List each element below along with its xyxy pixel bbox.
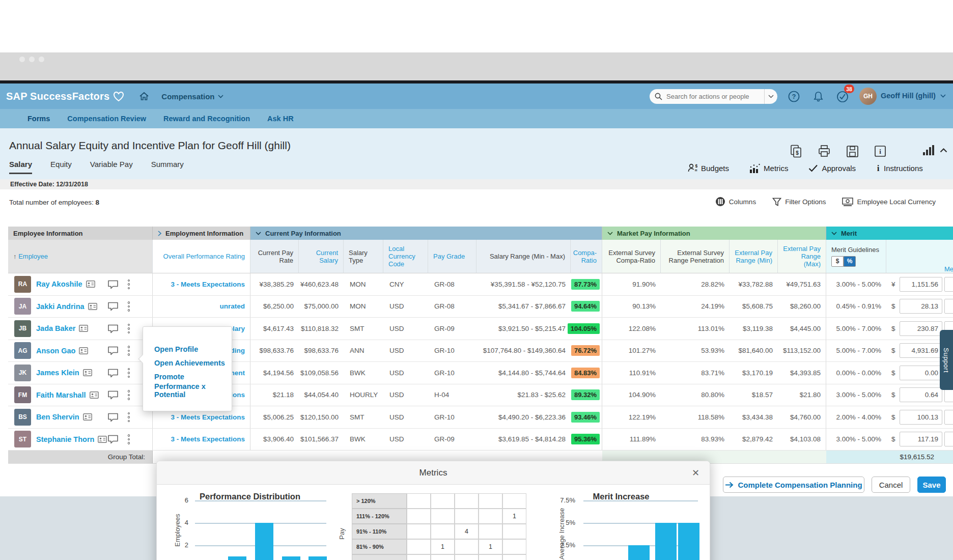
module-dropdown[interactable]: Compensation [161, 92, 223, 101]
search-box[interactable] [650, 89, 764, 104]
overall-performance-rating[interactable]: 3 - Meets Expectations [153, 429, 250, 451]
group-employment-information[interactable]: Employment Information [153, 227, 250, 240]
merit-amount-input[interactable]: 230.87 [900, 321, 942, 336]
notifications-bell-icon[interactable] [812, 91, 824, 102]
merit-percent-input[interactable] [944, 277, 953, 292]
tab-equity[interactable]: Equity [50, 160, 72, 174]
menu-promote[interactable]: Promote [143, 370, 232, 383]
employee-card-icon[interactable] [83, 369, 92, 376]
menu-open-achievements[interactable]: Open Achievements [143, 356, 232, 370]
home-icon[interactable] [139, 91, 149, 101]
chevron-down-icon[interactable] [940, 94, 946, 98]
close-icon[interactable]: ✕ [692, 467, 699, 479]
merit-toggle-percent[interactable]: % [844, 256, 856, 267]
employee-name-link[interactable]: Faith Marshall [36, 391, 86, 399]
col-merit[interactable] [886, 240, 944, 273]
comment-bubble-icon[interactable] [107, 279, 119, 289]
employee-card-icon[interactable] [83, 413, 92, 421]
merit-amount-input[interactable]: 4,931.69 [900, 343, 942, 358]
col-pay-grade[interactable]: Pay Grade [428, 240, 476, 273]
merit-percent-input[interactable] [944, 410, 953, 425]
row-actions-menu-icon[interactable] [128, 301, 130, 312]
employee-name-link[interactable]: Anson Gao [36, 347, 75, 355]
employee-card-icon[interactable] [88, 303, 97, 310]
employee-name-link[interactable]: Stephanie Thorn [36, 435, 94, 443]
row-actions-menu-icon[interactable] [128, 412, 130, 423]
col-current-salary[interactable]: Current Salary [299, 240, 344, 273]
comment-bubble-icon[interactable] [107, 390, 119, 400]
overall-performance-rating[interactable]: unrated [153, 296, 250, 318]
merit-amount-input[interactable]: 1,151.56 [900, 277, 942, 292]
user-avatar[interactable]: GH [859, 88, 877, 105]
cancel-button[interactable]: Cancel [872, 477, 910, 493]
merit-amount-input[interactable]: 117.19 [900, 432, 942, 446]
col-local-currency-code[interactable]: Local Currency Code [383, 240, 428, 273]
merit-amount-input[interactable]: 0.64 [900, 387, 942, 402]
comment-bubble-icon[interactable] [107, 412, 119, 422]
export-icon[interactable]: $ [790, 145, 802, 158]
tab-summary[interactable]: Summary [151, 160, 184, 174]
employee-name-link[interactable]: Jakki Andrina [36, 302, 85, 311]
merit-amount-input[interactable]: 0.00 [900, 366, 942, 380]
col-external-pay-range-max[interactable]: External Pay Range (Max) [778, 240, 826, 273]
merit-toggle-dollar[interactable]: $ [831, 256, 844, 267]
employee-name-link[interactable]: Ben Shervin [36, 413, 79, 421]
help-icon[interactable]: ? [788, 91, 800, 102]
tab-salary[interactable]: Salary [9, 160, 32, 174]
group-current-pay-information[interactable]: Current Pay Information [250, 227, 602, 240]
save-icon[interactable] [846, 145, 859, 158]
save-button[interactable]: Save [917, 477, 946, 493]
employee-name-link[interactable]: James Klein [36, 369, 79, 377]
row-actions-menu-icon[interactable] [128, 324, 130, 334]
support-tab[interactable]: Support [940, 330, 953, 390]
employee-local-currency-button[interactable]: Employee Local Currency [842, 197, 936, 207]
nav-ask-hr[interactable]: Ask HR [267, 115, 294, 123]
employee-card-icon[interactable] [79, 325, 88, 332]
approvals-button[interactable]: Approvals [808, 164, 856, 173]
user-name[interactable]: Geoff Hill (ghill) [881, 92, 936, 100]
comment-bubble-icon[interactable] [107, 346, 119, 355]
search-input[interactable] [666, 93, 755, 100]
nav-forms[interactable]: Forms [27, 115, 50, 123]
comment-bubble-icon[interactable] [107, 324, 119, 333]
employee-name-link[interactable]: Ray Akoshile [36, 280, 82, 288]
col-external-pay-range-min[interactable]: External Pay Range (Min) [730, 240, 778, 273]
merit-percent-input[interactable] [944, 299, 953, 314]
instructions-button[interactable]: i Instructions [876, 163, 923, 173]
row-actions-menu-icon[interactable] [128, 434, 130, 444]
employee-name-link[interactable]: Jada Baker [36, 324, 75, 332]
col-overall-performance-rating[interactable]: Overall Performance Rating [153, 240, 250, 273]
merit-amount-input[interactable]: 28.13 [900, 299, 942, 314]
col-compa-ratio[interactable]: Compa-Ratio [571, 240, 602, 273]
filter-options-button[interactable]: Filter Options [772, 197, 826, 207]
employee-card-icon[interactable] [79, 347, 88, 354]
info-icon[interactable]: i [874, 145, 886, 157]
group-merit[interactable]: Merit [826, 227, 953, 240]
nav-reward-and-recognition[interactable]: Reward and Recognition [163, 115, 250, 123]
collapse-chevron-up-icon[interactable] [940, 148, 947, 153]
comment-bubble-icon[interactable] [107, 434, 119, 444]
group-market-pay-information[interactable]: Market Pay Information [602, 227, 826, 240]
employee-card-icon[interactable] [86, 281, 95, 288]
row-actions-menu-icon[interactable] [128, 346, 130, 356]
comment-bubble-icon[interactable] [107, 301, 119, 311]
row-actions-menu-icon[interactable] [128, 390, 130, 400]
employee-card-icon[interactable] [98, 436, 107, 443]
merit-percent-input[interactable] [944, 432, 953, 446]
overall-performance-rating[interactable]: 3 - Meets Expectations [153, 273, 250, 295]
columns-button[interactable]: Columns [715, 197, 756, 207]
print-icon[interactable] [818, 145, 831, 158]
merit-amount-input[interactable]: 100.13 [900, 410, 942, 425]
search-scope-dropdown[interactable] [764, 89, 777, 104]
menu-open-profile[interactable]: Open Profile [143, 342, 232, 356]
col-employee[interactable]: ↑ Employee [8, 240, 153, 273]
comment-bubble-icon[interactable] [107, 368, 119, 378]
complete-compensation-planning-button[interactable]: Complete Compensation Planning [723, 477, 864, 493]
metrics-button[interactable]: Metrics [749, 163, 788, 173]
row-actions-menu-icon[interactable] [128, 368, 130, 378]
menu-performance-x-potential[interactable]: Performance x Potential [143, 383, 232, 397]
row-actions-menu-icon[interactable] [128, 279, 130, 290]
nav-compensation-review[interactable]: Compensation Review [67, 115, 146, 123]
chart-panel-icon[interactable] [922, 145, 935, 156]
employee-card-icon[interactable] [90, 391, 99, 399]
